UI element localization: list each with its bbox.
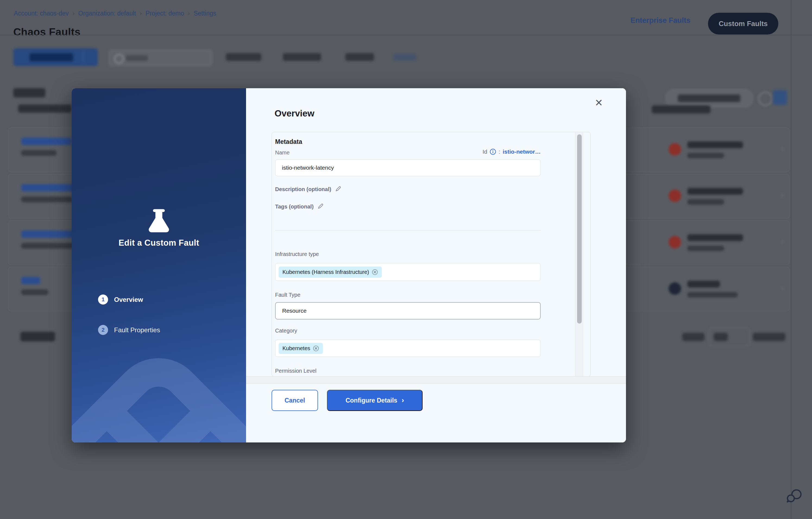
fault-type-input[interactable]: [275, 302, 541, 319]
view-toggle-button[interactable]: [773, 90, 787, 105]
page-title: Chaos Faults: [13, 26, 80, 38]
avatar: [669, 282, 681, 295]
breadcrumb-project[interactable]: Project: demo: [146, 10, 184, 17]
breadcrumb-account[interactable]: Account: chaos-dev: [14, 10, 69, 17]
avatar: [669, 143, 681, 156]
header-divider: [0, 35, 812, 35]
fault-id-blob: [21, 150, 57, 156]
name-input[interactable]: [275, 159, 541, 176]
row-chevron-icon[interactable]: ›: [781, 143, 784, 154]
fault-name-link-blob[interactable]: [21, 138, 71, 145]
infrastructure-type-label: Infrastructure type: [275, 251, 319, 257]
footer-separator-strip: [246, 376, 626, 384]
modified-ago-blob: [687, 153, 724, 158]
fault-name-link-blob[interactable]: [21, 277, 40, 284]
fault-id-value[interactable]: istio-networ…: [503, 149, 541, 155]
infrastructure-chip: Kubernetes (Harness Infrastructure): [279, 267, 382, 278]
table-search-input[interactable]: [665, 89, 753, 108]
category-select[interactable]: Kubernetes: [275, 340, 541, 357]
avatar: [669, 189, 681, 202]
last-modified-column-header[interactable]: [652, 105, 710, 114]
step-label: Overview: [114, 296, 143, 303]
faults-search-input[interactable]: [109, 50, 212, 66]
modified-by-blob: [687, 234, 743, 241]
scrollbar-thumb[interactable]: [577, 134, 582, 324]
id-separator: :: [499, 149, 500, 155]
new-fault-label-blob: [30, 53, 73, 61]
fault-id-blob: [21, 243, 76, 249]
tags-label: Tags (optional): [275, 203, 323, 211]
category-chip: Kubernetes: [279, 343, 323, 354]
row-chevron-icon[interactable]: ›: [781, 282, 784, 293]
modified-by-blob: [687, 142, 743, 148]
breadcrumb-separator-icon: ›: [72, 10, 75, 17]
step-number-badge: 1: [98, 295, 108, 305]
info-icon[interactable]: [490, 149, 496, 155]
row-chevron-icon[interactable]: ›: [781, 189, 784, 200]
enterprise-faults-link[interactable]: Enterprise Faults: [630, 16, 690, 25]
permission-level-label: Permission Level: [275, 368, 316, 374]
fault-name-column-header[interactable]: [18, 104, 71, 113]
fault-id-blob: [21, 289, 48, 295]
chip-remove-icon[interactable]: [372, 269, 378, 275]
tags-filter-dropdown[interactable]: [345, 53, 374, 61]
search-placeholder-blob: [126, 55, 148, 61]
step-overview[interactable]: 1 Overview: [98, 295, 143, 305]
metadata-heading: Metadata: [275, 138, 302, 146]
id-label: Id: [483, 149, 488, 155]
name-label: Name: [275, 150, 290, 156]
category-filter-dropdown[interactable]: [226, 53, 261, 61]
modal-title: Edit a Custom Fault: [72, 238, 246, 248]
description-label: Description (optional): [275, 186, 341, 193]
modified-by-blob: [687, 188, 743, 195]
page-size-label-blob: [682, 333, 704, 341]
breadcrumb: Account: chaos-dev › Organization: defau…: [14, 10, 216, 17]
modified-ago-blob: [687, 199, 724, 205]
modal-step-heading: Overview: [274, 108, 315, 119]
breadcrumb-organization[interactable]: Organization: default: [78, 10, 136, 17]
breadcrumb-settings[interactable]: Settings: [194, 10, 216, 17]
chat-support-icon[interactable]: [786, 488, 803, 505]
edit-custom-fault-modal: Edit a Custom Fault 1 Overview 2 Fault P…: [72, 88, 626, 442]
search-icon: [114, 54, 124, 64]
breadcrumb-separator-icon: ›: [140, 10, 142, 17]
row-chevron-icon[interactable]: ›: [781, 236, 784, 246]
pagination-label-blob: [20, 332, 55, 341]
custom-faults-button[interactable]: Custom Faults: [708, 13, 778, 34]
fault-id-blob: [21, 196, 73, 202]
step-fault-properties[interactable]: 2 Fault Properties: [98, 325, 160, 335]
breadcrumb-separator-icon: ›: [188, 10, 190, 17]
reset-filters-link[interactable]: [393, 54, 416, 61]
flask-icon: [146, 207, 172, 233]
help-icon[interactable]: [758, 92, 772, 106]
right-rail-divider: [791, 0, 791, 519]
edit-pencil-icon[interactable]: [317, 203, 323, 209]
page-size-select[interactable]: [709, 328, 750, 346]
modified-ago-blob: [687, 292, 737, 298]
page-range-blob: [753, 333, 785, 341]
chevron-right-icon: ›: [402, 396, 404, 404]
step-label: Fault Properties: [114, 326, 160, 334]
total-count-blob: [13, 88, 45, 97]
close-icon[interactable]: ✕: [595, 98, 603, 108]
fault-type-label: Fault Type: [275, 292, 300, 298]
infrastructure-type-select[interactable]: Kubernetes (Harness Infrastructure): [275, 263, 541, 281]
cancel-button[interactable]: Cancel: [271, 390, 318, 411]
overview-form-scroll-area: Metadata Name Id : istio-networ… Descrip…: [271, 132, 591, 377]
split-button-divider: [83, 51, 84, 63]
modal-content-panel: ✕ Overview Metadata Name Id : istio-netw…: [246, 88, 626, 442]
fault-id-line: Id : istio-networ…: [483, 149, 541, 155]
chip-remove-icon[interactable]: [313, 345, 319, 352]
step-number-badge: 2: [98, 325, 108, 335]
configure-details-button[interactable]: Configure Details ›: [327, 390, 423, 411]
modal-sidebar: Edit a Custom Fault 1 Overview 2 Fault P…: [72, 88, 246, 442]
edit-pencil-icon[interactable]: [335, 186, 341, 192]
avatar: [669, 236, 681, 248]
category-label: Category: [275, 328, 297, 334]
fault-type-filter-dropdown[interactable]: [283, 53, 321, 61]
modified-ago-blob: [687, 246, 724, 251]
modified-by-blob: [687, 281, 720, 287]
new-fault-button[interactable]: [13, 48, 98, 66]
form-divider: [275, 230, 541, 231]
